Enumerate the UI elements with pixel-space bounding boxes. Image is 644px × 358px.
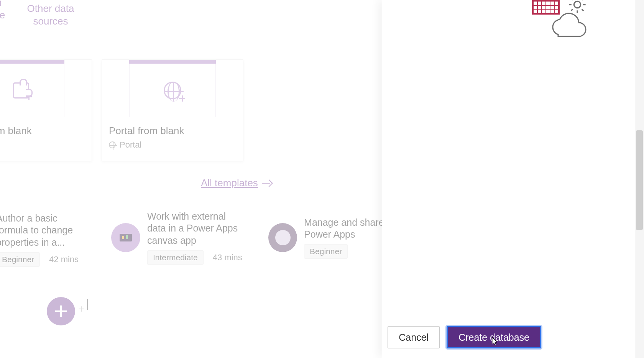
datasource-label-line1: on (0, 0, 27, 9)
card-thumbnail (129, 64, 216, 117)
cancel-button[interactable]: Cancel (388, 326, 440, 348)
card-subtitle: en app (0, 140, 92, 150)
learning-module-3[interactable]: Manage and share ap Power Apps Beginner (268, 215, 399, 261)
card-title: n app from blank (0, 125, 92, 137)
card-subtitle: Portal (109, 140, 243, 150)
all-templates-link[interactable]: All templates (201, 177, 272, 189)
module-title: Author a basic formula to change propert… (0, 212, 92, 248)
puzzle-plus-icon (13, 82, 29, 99)
all-templates-label: All templates (201, 177, 258, 189)
globe-plus-icon (164, 82, 181, 99)
module-badge-icon (111, 223, 140, 252)
panel-footer: Cancel Create database (382, 317, 644, 358)
module-duration: 42 mins (49, 255, 79, 264)
svg-point-3 (574, 1, 580, 8)
vertical-scrollbar[interactable] (635, 0, 644, 358)
module-level: Beginner (0, 252, 40, 267)
card-accent-bar (0, 60, 64, 64)
text-caret-icon (87, 299, 88, 310)
plus-icon (26, 94, 32, 100)
mouse-cursor-icon (492, 337, 498, 345)
side-panel-create-database: Cancel Create database (382, 0, 644, 358)
learning-module-1[interactable]: Author a basic formula to change propert… (0, 217, 96, 263)
module-badge-icon (268, 223, 297, 252)
module-level: Intermediate (147, 250, 204, 265)
learning-module-2[interactable]: Work with external data in a Power Apps … (111, 215, 257, 261)
template-card-blank-app[interactable]: n app from blank en app (0, 59, 92, 161)
datasource-tile-partial[interactable]: on vice (0, 0, 27, 21)
datasource-label-line1: Other data (24, 2, 77, 15)
svg-rect-1 (122, 236, 124, 239)
card-title: Portal from blank (109, 125, 243, 137)
svg-rect-2 (126, 235, 128, 239)
secondary-plus-icon: + (78, 303, 84, 315)
card-accent-bar (129, 60, 216, 64)
card-thumbnail (0, 64, 64, 117)
datasource-label-line2: vice (0, 9, 27, 21)
plus-icon (179, 95, 185, 102)
template-card-portal-blank[interactable]: Portal from blank Portal (102, 59, 243, 161)
arrow-right-icon (262, 178, 272, 188)
datasource-tile-other[interactable]: Other data sources (24, 0, 77, 27)
datasource-label-line2: sources (24, 15, 77, 28)
module-title: Work with external data in a Power Apps … (147, 210, 243, 246)
scrollbar-thumb[interactable] (636, 130, 643, 230)
add-fab-button[interactable] (47, 297, 75, 325)
cloud-icon (547, 11, 589, 44)
globe-icon (109, 141, 116, 148)
module-duration: 43 mins (213, 253, 242, 263)
create-database-button[interactable]: Create database (447, 326, 541, 348)
module-level: Beginner (304, 244, 348, 259)
